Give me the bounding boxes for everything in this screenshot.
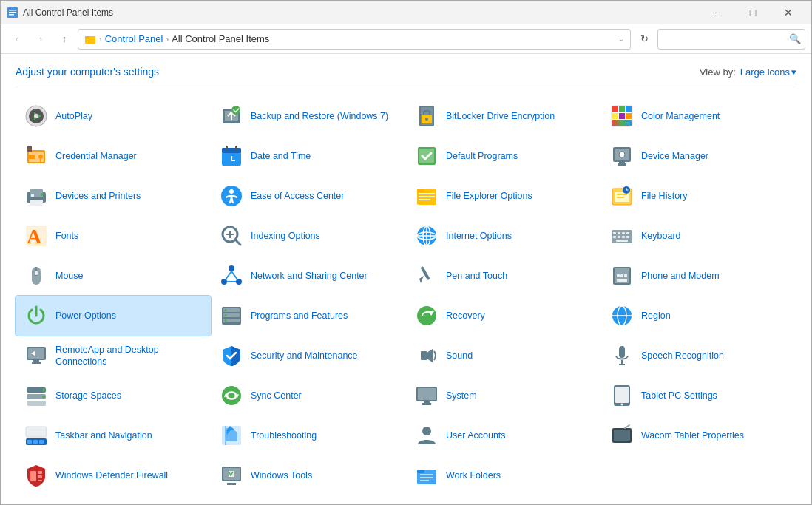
control-item-securitymaintenance[interactable]: Security and Maintenance — [211, 336, 406, 376]
fonts-icon: A — [24, 224, 48, 248]
control-item-fonts[interactable]: AFonts — [16, 216, 211, 256]
taskbarnavigation-icon — [24, 424, 48, 447]
control-item-synccenter[interactable]: Sync Center — [211, 376, 406, 416]
minimize-button[interactable]: − — [700, 1, 734, 24]
control-item-label-taskbarnavigation: Taskbar and Navigation — [55, 430, 152, 441]
svg-rect-136 — [424, 401, 430, 404]
control-item-indexingoptions[interactable]: Indexing Options — [211, 216, 406, 256]
control-item-label-autoplay: AutoPlay — [55, 110, 92, 122]
svg-rect-100 — [617, 274, 620, 277]
up-button[interactable]: ↑ — [54, 29, 75, 50]
control-item-filehistory[interactable]: File History — [601, 176, 796, 216]
window-title: All Control Panel Items — [23, 7, 700, 18]
svg-rect-141 — [27, 440, 32, 444]
adjust-title: Adjust your computer's settings — [16, 66, 159, 78]
control-item-label-keyboard: Keyboard — [641, 230, 681, 242]
control-item-poweroptions[interactable]: Power Options — [16, 296, 211, 336]
control-item-backup[interactable]: Backup and Restore (Windows 7) — [211, 96, 406, 136]
control-item-windowstools[interactable]: Windows Tools — [211, 455, 406, 495]
defaultprograms-icon — [415, 144, 439, 168]
control-item-label-indexingoptions: Indexing Options — [251, 230, 320, 242]
control-item-credential[interactable]: Credential Manager — [16, 136, 211, 176]
control-item-remoteapp[interactable]: RemoteApp and Desktop Connections — [16, 336, 211, 376]
search-input[interactable] — [657, 29, 805, 50]
control-item-datetime[interactable]: Date and Time — [211, 136, 406, 176]
control-item-sound[interactable]: Sound — [406, 336, 601, 376]
useraccounts-icon — [415, 424, 439, 447]
control-item-label-securitymaintenance: Security and Maintenance — [251, 350, 358, 362]
backup-icon — [220, 104, 243, 128]
control-item-taskbarnavigation[interactable]: Taskbar and Navigation — [16, 416, 211, 455]
svg-rect-22 — [612, 113, 618, 119]
control-item-workfolders[interactable]: Work Folders — [406, 455, 601, 495]
svg-marker-97 — [419, 276, 424, 283]
maximize-button[interactable]: □ — [736, 1, 770, 24]
control-item-label-programsfeatures: Programs and Features — [251, 310, 348, 322]
filehistory-icon — [610, 184, 634, 208]
items-grid: AutoPlayBackup and Restore (Windows 7)Bi… — [16, 96, 796, 495]
svg-rect-143 — [39, 440, 44, 444]
control-item-troubleshooting[interactable]: Troubleshooting — [211, 416, 406, 455]
control-item-defaultprograms[interactable]: Default Programs — [406, 136, 601, 176]
control-item-system[interactable]: System — [406, 376, 601, 416]
control-item-tabletpcsettings[interactable]: Tablet PC Settings — [601, 376, 796, 416]
networksharingcenter-icon — [220, 264, 243, 288]
fileexploreroptions-icon — [415, 184, 439, 208]
control-item-devicesprinters[interactable]: Devices and Printers — [16, 176, 211, 216]
control-item-networksharingcenter[interactable]: Network and Sharing Center — [211, 256, 406, 296]
search-icon-button[interactable]: 🔍 — [789, 33, 801, 44]
control-item-phonemodem[interactable]: Phone and Modem — [601, 256, 796, 296]
control-item-keyboard[interactable]: Keyboard — [601, 216, 796, 256]
control-item-mouse[interactable]: Mouse — [16, 256, 211, 296]
storagespaces-icon — [24, 384, 48, 407]
view-by-label: View by: — [700, 67, 736, 78]
control-item-bitlocker[interactable]: BitLocker Drive Encryption — [406, 96, 601, 136]
svg-point-13 — [231, 106, 240, 115]
control-item-easeofaccess[interactable]: Ease of Access Center — [211, 176, 406, 216]
control-item-programsfeatures[interactable]: Programs and Features — [211, 296, 406, 336]
control-item-label-datetime: Date and Time — [251, 150, 311, 162]
control-item-windowsdefender[interactable]: Windows Defender Firewall — [16, 455, 211, 495]
control-item-recovery[interactable]: Recovery — [406, 296, 601, 336]
control-item-devicemanager[interactable]: Device Manager — [601, 136, 796, 176]
control-item-label-wacom: Wacom Tablet Properties — [641, 430, 744, 441]
pentouch-icon — [415, 264, 439, 288]
path-dropdown-icon[interactable]: ⌄ — [618, 35, 624, 43]
control-item-pentouch[interactable]: Pen and Touch — [406, 256, 601, 296]
control-item-storagespaces[interactable]: Storage Spaces — [16, 376, 211, 416]
title-bar: All Control Panel Items − □ ✕ — [1, 1, 811, 24]
control-item-wacom[interactable]: Wacom Tablet Properties — [601, 416, 796, 455]
svg-point-17 — [425, 118, 428, 121]
control-item-region[interactable]: Region — [601, 296, 796, 336]
control-item-speechrecognition[interactable]: Speech Recognition — [601, 336, 796, 376]
svg-rect-151 — [30, 471, 36, 481]
svg-rect-78 — [613, 232, 616, 234]
svg-text:A: A — [27, 225, 42, 248]
svg-point-31 — [38, 155, 43, 159]
svg-rect-5 — [85, 36, 89, 38]
path-control-panel[interactable]: Control Panel — [105, 33, 163, 44]
control-item-color[interactable]: Color Management — [601, 96, 796, 136]
forward-button[interactable]: › — [30, 29, 51, 50]
view-by-value[interactable]: Large icons ▾ — [740, 67, 796, 78]
control-item-useraccounts[interactable]: User Accounts — [406, 416, 601, 455]
svg-point-9 — [34, 114, 38, 118]
control-item-internetoptions[interactable]: Internet Options — [406, 216, 601, 256]
bitlocker-icon — [415, 104, 439, 128]
control-item-label-windowsdefender: Windows Defender Firewall — [55, 470, 168, 481]
refresh-button[interactable]: ↻ — [634, 29, 654, 50]
control-item-fileexploreroptions[interactable]: File Explorer Options — [406, 176, 601, 216]
svg-rect-3 — [9, 14, 14, 16]
svg-rect-29 — [27, 146, 32, 152]
svg-rect-102 — [624, 274, 627, 277]
view-by-container: View by: Large icons ▾ — [700, 67, 796, 78]
svg-rect-154 — [38, 480, 42, 481]
path-current: All Control Panel Items — [172, 33, 269, 44]
close-button[interactable]: ✕ — [771, 1, 805, 24]
svg-point-50 — [41, 193, 44, 196]
back-button[interactable]: ‹ — [7, 29, 27, 50]
wacom-icon — [610, 424, 634, 447]
control-item-autoplay[interactable]: AutoPlay — [16, 96, 211, 136]
datetime-icon — [220, 144, 243, 168]
svg-rect-24 — [626, 113, 632, 119]
